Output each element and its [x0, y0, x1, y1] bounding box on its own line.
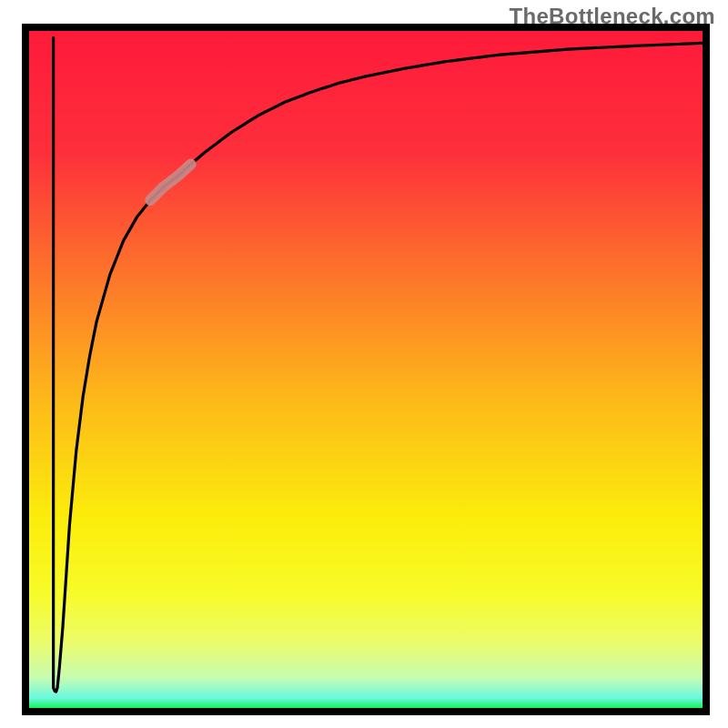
chart-stage: TheBottleneck.com	[0, 0, 728, 728]
plot-background	[29, 31, 703, 708]
watermark-text: TheBottleneck.com	[510, 4, 715, 29]
bottleneck-chart	[0, 0, 728, 728]
